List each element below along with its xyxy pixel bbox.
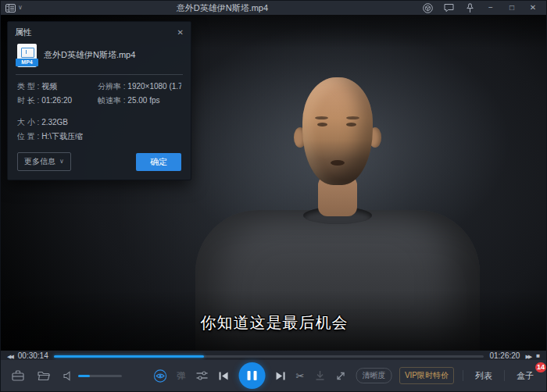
main-menu-button[interactable]: ∨ [5, 4, 23, 12]
chevron-down-icon: ∨ [59, 159, 64, 165]
feedback-icon[interactable] [443, 2, 454, 13]
pin-icon[interactable] [464, 2, 475, 13]
subtitle-text: 你知道这是最后机会 [1, 312, 547, 333]
close-button[interactable]: ✕ [527, 2, 538, 13]
vip-offer-button[interactable]: VIP限时特价 [399, 367, 454, 384]
info-location: 位 置 : H:\下载压缩 [17, 132, 181, 141]
previous-button[interactable] [219, 371, 229, 381]
quality-button[interactable]: 清晰度 [356, 368, 391, 383]
properties-panel-title: 属性 [15, 27, 32, 38]
pause-bar [248, 371, 251, 380]
titlebar: ∨ 意外D英雄伊N斯塔.mp4 − □ ✕ [1, 1, 546, 15]
playlist-button[interactable]: 列表 [472, 368, 495, 384]
notification-badge: 14 [535, 362, 546, 372]
minimize-button[interactable]: − [485, 2, 496, 13]
volume-slider-fill [78, 375, 90, 377]
film-menu-icon [5, 4, 16, 12]
resize-arrow-icon[interactable] [335, 371, 345, 381]
info-duration: 时 长 : 01:26:20 [17, 96, 96, 105]
properties-panel: 属性 ✕ MP4 意外D英雄伊N斯塔.mp4 类 型 : 视频 分辨率 : 19… [7, 21, 191, 180]
properties-panel-footer: 更多信息 ∨ 确定 [8, 144, 191, 180]
danmaku-toggle[interactable]: 弹 [177, 370, 186, 382]
video-area[interactable]: 你知道这是最后机会 属性 ✕ MP4 意外D英雄伊N斯塔.mp4 类 型 : 视… [1, 15, 547, 351]
file-type-badge: MP4 [16, 59, 38, 66]
info-resolution: 分辨率 : 1920×1080 (1.78 : 1) [98, 82, 181, 91]
window-title: 意外D英雄伊N斯塔.mp4 [23, 2, 422, 14]
control-bar: 弹 ✂ 清晰度 VIP限时特价 [1, 360, 546, 391]
volume-slider[interactable] [78, 375, 122, 377]
next-button[interactable] [276, 371, 286, 381]
file-name: 意外D英雄伊N斯塔.mp4 [44, 50, 135, 61]
box-button[interactable]: 盒子 14 [513, 368, 537, 384]
mp4-file-icon: MP4 [17, 44, 37, 67]
titlebar-actions: − □ ✕ [422, 2, 538, 13]
control-bar-left [1, 370, 122, 381]
info-type: 类 型 : 视频 [17, 82, 96, 91]
eye-protection-icon[interactable] [154, 369, 167, 383]
seek-bar[interactable] [54, 355, 484, 358]
more-info-label: 更多信息 [24, 156, 55, 167]
info-size: 大 小 : 2.32GB [17, 118, 181, 127]
speaker-icon[interactable] [63, 371, 73, 381]
panel-close-icon[interactable]: ✕ [177, 28, 184, 37]
current-time: 00:30:14 [18, 352, 48, 360]
separator [504, 370, 505, 381]
fast-forward-icon[interactable]: ▶▶ [525, 354, 531, 359]
total-time: 01:26:20 [489, 352, 520, 360]
seek-bar-fill [54, 355, 205, 358]
app-box-icon[interactable] [422, 2, 433, 13]
download-icon[interactable] [314, 370, 325, 381]
player-window: ∨ 意外D英雄伊N斯塔.mp4 − □ ✕ [0, 0, 547, 392]
clip-scissors-icon[interactable]: ✂ [296, 370, 305, 382]
pause-button[interactable] [239, 362, 266, 389]
file-row: MP4 意外D英雄伊N斯塔.mp4 [8, 42, 191, 74]
box-button-label: 盒子 [517, 371, 534, 380]
volume-control [63, 371, 122, 381]
file-info: 类 型 : 视频 分辨率 : 1920×1080 (1.78 : 1) 时 长 … [8, 75, 191, 144]
stop-button[interactable]: ■ [536, 353, 540, 359]
control-bar-center: 弹 ✂ 清晰度 [154, 360, 392, 391]
toolbox-icon[interactable] [12, 370, 24, 381]
pause-bar [254, 371, 257, 380]
rewind-icon[interactable]: ◀◀ [7, 354, 13, 359]
ok-button[interactable]: 确定 [136, 153, 181, 171]
info-framerate: 帧速率 : 25.00 fps [98, 96, 181, 105]
open-folder-icon[interactable] [38, 371, 50, 381]
more-info-button[interactable]: 更多信息 ∨ [17, 152, 71, 171]
separator [463, 370, 463, 381]
settings-sliders-icon[interactable] [196, 370, 209, 381]
maximize-button[interactable]: □ [506, 2, 517, 13]
properties-panel-header: 属性 ✕ [8, 22, 191, 42]
control-bar-right: VIP限时特价 列表 盒子 14 [399, 367, 546, 384]
